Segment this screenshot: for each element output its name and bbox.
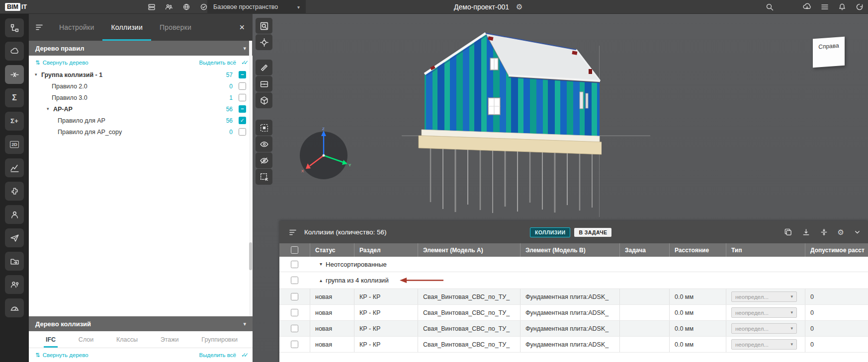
column-element-a[interactable]: Элемент (Модель А) xyxy=(418,243,520,257)
totals-add-button[interactable]: Σ+ xyxy=(5,112,24,131)
type-dropdown[interactable]: неопредел...▾ xyxy=(731,339,797,350)
users-button[interactable] xyxy=(165,2,174,11)
group-collapse-icon[interactable]: ▾ xyxy=(320,262,322,267)
tab-classes[interactable]: Классы xyxy=(114,331,140,348)
collision-row[interactable]: новая КР - КР Свая_Винтовая_СВС_по_ТУ_ Ф… xyxy=(279,289,868,305)
isolate-button[interactable] xyxy=(256,120,272,136)
zoom-window-button[interactable] xyxy=(256,18,272,34)
tab-checks[interactable]: Проверки xyxy=(151,14,200,41)
globe-button[interactable] xyxy=(182,2,191,11)
workspace-selector[interactable]: Базовое пространство ▾ xyxy=(207,0,306,14)
cloud-models-button[interactable] xyxy=(5,42,24,61)
type-dropdown[interactable]: неопредел...▾ xyxy=(731,323,797,334)
tree-item[interactable]: ▾ АР-АР 56 − xyxy=(29,103,253,115)
search-button[interactable] xyxy=(765,2,774,11)
view-orientation-card[interactable]: Справа xyxy=(813,37,845,68)
deselect-button[interactable] xyxy=(256,169,272,185)
section-plane-button[interactable] xyxy=(256,76,272,92)
archive-button[interactable] xyxy=(147,2,156,11)
copy-button[interactable] xyxy=(784,228,792,236)
column-allowed[interactable]: Допустимое расст xyxy=(805,243,868,257)
column-type[interactable]: Тип xyxy=(726,243,805,257)
panel-menu-button[interactable] xyxy=(29,14,51,41)
hide-button[interactable] xyxy=(256,152,272,168)
tree-item-checkbox[interactable] xyxy=(239,94,246,101)
totals-button[interactable]: Σ xyxy=(5,88,24,107)
toggle-collisions[interactable]: КОЛЛИЗИИ xyxy=(530,227,570,237)
tree-item-checkbox[interactable] xyxy=(239,82,246,90)
collapse-panel-button[interactable] xyxy=(854,228,861,236)
shared-folder-button[interactable] xyxy=(5,252,24,271)
drawings-2d-button[interactable]: 2D xyxy=(5,135,24,154)
rules-tree-header[interactable]: Дерево правил ▾ xyxy=(29,41,253,56)
navigation-gizmo[interactable]: Z Y X xyxy=(294,126,353,185)
tree-caret-icon[interactable]: ▾ xyxy=(35,72,41,77)
row-checkbox[interactable] xyxy=(291,341,298,348)
row-checkbox[interactable] xyxy=(291,309,298,316)
tree-item-checkbox[interactable]: − xyxy=(239,71,246,78)
column-distance[interactable]: Расстояние xyxy=(669,243,726,257)
select-all-checkbox[interactable] xyxy=(291,246,298,254)
collapse-tree-link[interactable]: ⇅ Свернуть дерево xyxy=(35,352,88,359)
select-all-link[interactable]: Выделить всё ✓✓ xyxy=(199,59,246,66)
table-settings-button[interactable]: ⚙ xyxy=(838,228,844,236)
tree-item-checkbox[interactable]: ✓ xyxy=(239,117,246,124)
tab-storeys[interactable]: Этажи xyxy=(159,331,181,348)
panel-menu-button[interactable] xyxy=(286,228,300,237)
fit-rows-button[interactable] xyxy=(820,228,828,236)
close-panel-button[interactable]: × xyxy=(239,23,245,32)
tree-item-checkbox[interactable]: − xyxy=(239,105,246,113)
tree-item[interactable]: ▾ Группа коллизий - 1 57 − xyxy=(29,69,253,80)
tree-item[interactable]: Правило 3.0 1 xyxy=(29,92,253,103)
column-section[interactable]: Раздел xyxy=(354,243,418,257)
row-checkbox[interactable] xyxy=(291,325,298,332)
type-dropdown[interactable]: неопредел...▾ xyxy=(731,307,797,318)
tree-item-checkbox[interactable] xyxy=(239,128,246,136)
tab-collisions[interactable]: Коллизии xyxy=(102,14,151,41)
tab-groupings[interactable]: Группировки xyxy=(199,331,240,348)
collapse-tree-link[interactable]: ⇅ Свернуть дерево xyxy=(35,59,88,66)
contacts-button[interactable] xyxy=(5,275,24,294)
tree-item[interactable]: Правило для АР 56 ✓ xyxy=(29,115,253,126)
analytics-button[interactable] xyxy=(5,158,24,177)
scrollbar-thumb[interactable] xyxy=(249,242,252,270)
clash-detection-button[interactable] xyxy=(5,65,24,84)
column-status[interactable]: Статус xyxy=(310,243,354,257)
project-settings-button[interactable]: ⚙ xyxy=(516,3,522,10)
tree-caret-icon[interactable]: ▾ xyxy=(47,107,53,111)
column-element-b[interactable]: Элемент (Модель B) xyxy=(520,243,619,257)
row-checkbox[interactable] xyxy=(291,277,298,284)
notifications-button[interactable] xyxy=(838,2,847,11)
structure-tree-button[interactable] xyxy=(5,18,24,37)
group-row-unsorted[interactable]: ▾ Неотсортированные xyxy=(279,257,868,272)
profile-button[interactable] xyxy=(5,205,24,224)
row-checkbox[interactable] xyxy=(291,261,298,268)
zoom-focus-button[interactable] xyxy=(256,34,272,50)
bimit-logo[interactable]: BIM IT xyxy=(5,3,27,11)
view-cube-button[interactable] xyxy=(256,92,272,108)
tab-ifc[interactable]: IFC xyxy=(44,331,58,348)
toggle-in-task[interactable]: В ЗАДАЧЕ xyxy=(574,228,611,237)
tree-item[interactable]: Правило 2.0 0 xyxy=(29,80,253,92)
cloud-download-button[interactable] xyxy=(802,2,812,11)
collision-row[interactable]: новая КР - КР Свая_Винтовая_СВС_по_ТУ_ Ф… xyxy=(279,305,868,321)
group-expand-icon[interactable]: ▴ xyxy=(320,278,322,283)
collision-row[interactable]: новая КР - КР Свая_Винтовая_СВС_по_ТУ_ Ф… xyxy=(279,337,868,353)
issues-button[interactable] xyxy=(5,228,24,247)
row-checkbox[interactable] xyxy=(291,293,298,300)
tree-item[interactable]: Правило для АР_copy 0 xyxy=(29,126,253,138)
column-task[interactable]: Задача xyxy=(619,243,669,257)
type-dropdown[interactable]: неопредел...▾ xyxy=(731,291,797,302)
measure-button[interactable] xyxy=(256,60,272,75)
select-all-link[interactable]: Выделить всё ✓✓ xyxy=(199,352,246,359)
dashboard-button[interactable] xyxy=(5,298,24,317)
collision-row[interactable]: новая КР - КР Свая_Винтовая_СВС_по_ТУ_ Ф… xyxy=(279,321,868,337)
collisions-tree-header[interactable]: Дерево коллизий ▾ xyxy=(29,316,253,331)
panel-scrollbar[interactable] xyxy=(249,41,252,316)
tab-settings[interactable]: Настройки xyxy=(51,14,102,41)
tab-layers[interactable]: Слои xyxy=(77,331,95,348)
sync-button[interactable] xyxy=(855,2,864,11)
group-row-4-collisions[interactable]: ▴ группа из 4 коллизий xyxy=(279,272,868,289)
import-button[interactable] xyxy=(802,228,810,236)
show-button[interactable] xyxy=(256,136,272,152)
